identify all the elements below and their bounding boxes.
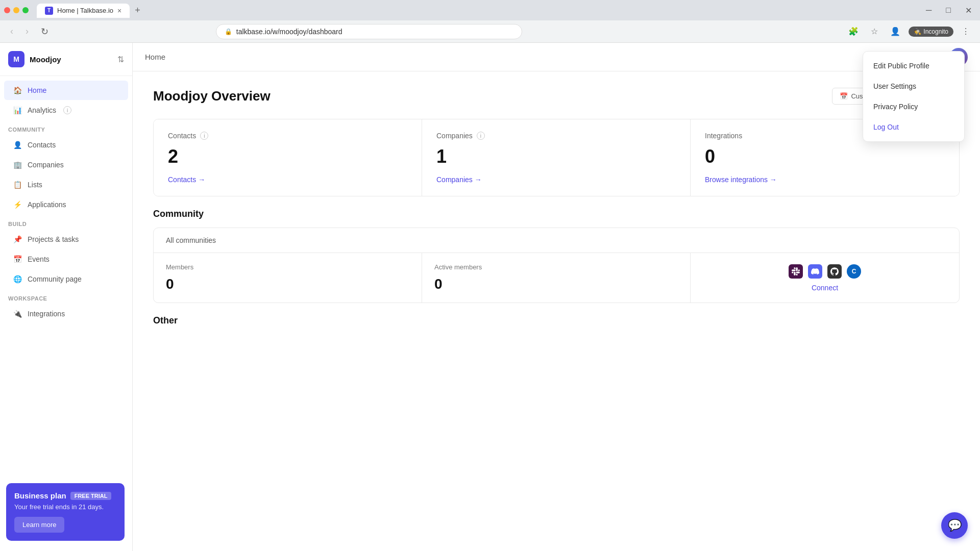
members-label: Members <box>166 263 409 271</box>
contacts-icon: 👤 <box>12 140 22 150</box>
incognito-icon: 🕵️ <box>914 28 921 35</box>
github-icon <box>827 264 842 279</box>
profile-button[interactable]: 👤 <box>886 24 904 38</box>
active-members-label: Active members <box>434 263 678 271</box>
sidebar-item-community-page-label: Community page <box>28 275 82 283</box>
analytics-info-icon: i <box>63 106 71 114</box>
calendar-icon: 📅 <box>840 92 848 100</box>
tab-favicon: T <box>45 7 53 15</box>
page-title: Moodjoy Overview <box>153 88 271 104</box>
banner-header: Business plan FREE TRIAL <box>14 491 116 500</box>
url-text: talkbase.io/w/moodjoy/dashboard <box>236 28 342 36</box>
top-bar: Home Resources ▾ <box>133 43 980 71</box>
chat-icon: 💬 <box>948 519 962 532</box>
sidebar-item-projects-label: Projects & tasks <box>28 235 79 243</box>
sidebar-item-community-page[interactable]: 🌐 Community page <box>4 269 128 289</box>
sidebar-item-events[interactable]: 📅 Events <box>4 249 128 269</box>
window-minimize-ctrl[interactable]: ─ <box>922 4 936 17</box>
build-section-label: BUILD <box>0 215 132 229</box>
other-section: Other <box>153 315 960 326</box>
extensions-button[interactable]: 🧩 <box>844 24 863 38</box>
trial-badge: FREE TRIAL <box>70 492 112 500</box>
address-bar[interactable]: 🔒 talkbase.io/w/moodjoy/dashboard <box>216 24 522 39</box>
browse-integrations-link[interactable]: Browse integrations → <box>705 176 945 184</box>
applications-icon: ⚡ <box>12 199 22 210</box>
community-stats-row: Members 0 Active members 0 <box>154 253 959 303</box>
sidebar-item-home-label: Home <box>28 86 46 94</box>
main-content: Home Resources ▾ Moodjoy Overview � <box>133 43 980 551</box>
workspace-name: Moodjoy <box>30 55 61 64</box>
user-settings-label: User Settings <box>873 82 916 90</box>
lock-icon: 🔒 <box>225 28 232 35</box>
connect-button[interactable]: Connect <box>812 284 838 292</box>
sidebar-item-projects[interactable]: 📌 Projects & tasks <box>4 230 128 249</box>
home-icon: 🏠 <box>12 85 22 95</box>
community-stat-members: Members 0 <box>154 253 422 303</box>
sidebar-item-analytics[interactable]: 📊 Analytics i <box>4 101 128 120</box>
events-icon: 📅 <box>12 254 22 264</box>
new-tab-button[interactable]: + <box>131 3 144 18</box>
sidebar-header: M Moodjoy ⇅ <box>0 43 132 76</box>
tab-title: Home | Talkbase.io <box>57 7 113 14</box>
plan-name: Business plan <box>14 491 66 500</box>
community-card-header: All communities <box>154 228 959 253</box>
sidebar-item-integrations[interactable]: 🔌 Integrations <box>4 304 128 323</box>
forward-button[interactable]: › <box>21 24 33 39</box>
privacy-policy-item[interactable]: Privacy Policy <box>863 96 964 117</box>
community-page-icon: 🌐 <box>12 274 22 284</box>
tab-close-button[interactable]: × <box>117 7 121 15</box>
sidebar-item-applications-label: Applications <box>28 201 66 209</box>
stat-value-companies: 1 <box>436 146 676 167</box>
all-communities-label: All communities <box>166 236 216 244</box>
sidebar: M Moodjoy ⇅ 🏠 Home 📊 Analytics i COMMUNI… <box>0 43 133 551</box>
stat-value-contacts: 2 <box>168 146 407 167</box>
community-section: Community All communities Members 0 Acti… <box>153 209 960 303</box>
companies-stat-info-icon: i <box>477 132 485 140</box>
bookmark-button[interactable]: ☆ <box>867 24 882 38</box>
projects-icon: 📌 <box>12 234 22 244</box>
analytics-icon: 📊 <box>12 105 22 115</box>
sidebar-toggle[interactable]: ⇅ <box>117 55 124 64</box>
connect-icons: C <box>789 264 861 279</box>
learn-more-button[interactable]: Learn more <box>14 517 64 533</box>
window-close-button[interactable] <box>4 7 10 13</box>
stats-grid: Contacts i 2 Contacts → Companies i 1 Co… <box>153 119 960 196</box>
community-connect-area: C Connect <box>691 253 959 303</box>
window-minimize-button[interactable] <box>13 7 19 13</box>
user-dropdown-menu: Edit Public Profile User Settings Privac… <box>863 51 965 142</box>
sidebar-nav: 🏠 Home 📊 Analytics i COMMUNITY 👤 Contact… <box>0 76 132 328</box>
sidebar-item-companies-label: Companies <box>28 161 64 169</box>
edit-profile-label: Edit Public Profile <box>873 62 929 70</box>
community-card: All communities Members 0 Active members… <box>153 228 960 303</box>
sidebar-item-lists[interactable]: 📋 Lists <box>4 175 128 194</box>
stat-card-companies: Companies i 1 Companies → <box>422 119 691 196</box>
user-settings-item[interactable]: User Settings <box>863 76 964 96</box>
window-maximize-button[interactable] <box>22 7 29 13</box>
business-plan-banner: Business plan FREE TRIAL Your free trial… <box>6 483 125 541</box>
contacts-link[interactable]: Contacts → <box>168 176 407 184</box>
logout-item[interactable]: Log Out <box>863 117 964 137</box>
logout-label: Log Out <box>873 123 899 131</box>
menu-button[interactable]: ⋮ <box>958 24 974 38</box>
chat-button[interactable]: 💬 <box>941 512 968 539</box>
stat-label-contacts: Contacts i <box>168 132 407 140</box>
sidebar-item-contacts[interactable]: 👤 Contacts <box>4 135 128 155</box>
stat-card-contacts: Contacts i 2 Contacts → <box>154 119 422 196</box>
companies-link[interactable]: Companies → <box>436 176 676 184</box>
incognito-label: Incognito <box>923 28 948 35</box>
sidebar-item-home[interactable]: 🏠 Home <box>4 81 128 100</box>
sidebar-item-applications[interactable]: ⚡ Applications <box>4 195 128 214</box>
sidebar-item-companies[interactable]: 🏢 Companies <box>4 155 128 174</box>
window-restore-ctrl[interactable]: □ <box>942 4 955 17</box>
browser-tab[interactable]: T Home | Talkbase.io × <box>37 4 130 18</box>
breadcrumb: Home <box>145 53 165 61</box>
edit-profile-item[interactable]: Edit Public Profile <box>863 56 964 76</box>
window-close-ctrl[interactable]: ✕ <box>961 4 976 17</box>
sidebar-item-events-label: Events <box>28 255 50 263</box>
banner-text: Your free trial ends in 21 days. <box>14 503 116 511</box>
refresh-button[interactable]: ↻ <box>37 24 53 39</box>
privacy-policy-label: Privacy Policy <box>873 103 918 111</box>
community-section-title: Community <box>153 209 960 219</box>
page-header: Moodjoy Overview 📅 Custom 1W 1M 3 <box>153 88 960 105</box>
back-button[interactable]: ‹ <box>6 24 17 39</box>
